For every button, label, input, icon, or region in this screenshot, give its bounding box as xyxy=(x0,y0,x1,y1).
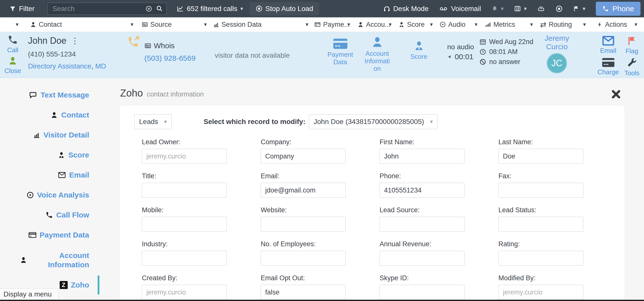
layout-columns-dropdown[interactable]: ▾ xyxy=(514,5,527,12)
lead-source-input[interactable] xyxy=(380,217,464,232)
flag-icon xyxy=(573,6,580,12)
modified-by-input[interactable] xyxy=(498,285,583,300)
nav-group-metrics[interactable]: Metrics xyxy=(485,17,515,32)
column-collapse-caret[interactable]: ▾ xyxy=(306,17,308,32)
column-collapse-caret[interactable]: ▾ xyxy=(475,17,478,32)
created-by-input[interactable] xyxy=(142,285,227,300)
cloud-sync-button[interactable] xyxy=(537,5,545,12)
email-button[interactable]: Email xyxy=(596,36,620,55)
sidebar-item-call-flow[interactable]: Call Flow xyxy=(0,205,100,225)
column-collapse-caret[interactable]: ▾ xyxy=(634,17,637,32)
field-website: Website: xyxy=(261,206,346,232)
field-no-of-employees: No. of Employees: xyxy=(261,240,346,266)
column-collapse-caret[interactable]: ▾ xyxy=(16,17,18,32)
sidebar-item-account-information[interactable]: Account Information xyxy=(0,245,100,275)
email-input[interactable] xyxy=(261,183,346,198)
lead-owner-input[interactable] xyxy=(142,149,227,164)
last-name-input[interactable] xyxy=(498,149,583,164)
close-call-button[interactable]: Close xyxy=(5,56,20,75)
speaker-mute-icon xyxy=(448,54,453,60)
flag-dropdown[interactable]: ▾ xyxy=(573,6,585,12)
agent-initials: JC xyxy=(551,58,562,69)
field-label: Phone: xyxy=(380,172,464,180)
industry-input[interactable] xyxy=(142,251,227,266)
website-input[interactable] xyxy=(261,217,346,232)
sidebar-item-text-message[interactable]: Text Message xyxy=(0,85,100,105)
source-link[interactable]: Directory Assistance xyxy=(28,62,92,70)
column-collapse-caret[interactable]: ▾ xyxy=(347,17,350,32)
rating-input[interactable] xyxy=(498,251,583,266)
phone-input[interactable] xyxy=(380,183,464,198)
window-bottom-edge xyxy=(0,300,644,301)
nav-group-session-data[interactable]: Session Data xyxy=(213,17,262,32)
sidebar-item-email[interactable]: Email xyxy=(0,165,100,185)
nav-group-actions[interactable]: Actions xyxy=(597,17,627,32)
sidebar-item-label: Contact xyxy=(61,110,89,120)
status-message: Display a menu xyxy=(4,290,52,298)
nav-group-contact[interactable]: Contact xyxy=(30,17,62,32)
nav-group-source[interactable]: Source xyxy=(142,17,172,32)
payment-data-button[interactable]: Payment Data xyxy=(324,38,356,66)
lead-status-input[interactable] xyxy=(498,217,583,232)
email-opt-out-input[interactable] xyxy=(261,285,346,300)
fax-input[interactable] xyxy=(498,183,583,198)
nav-group-score[interactable]: Score xyxy=(398,17,425,32)
charge-button[interactable]: Charge xyxy=(596,58,620,77)
search-icon[interactable] xyxy=(156,5,163,12)
sidebar-item-payment-data[interactable]: Payment Data xyxy=(0,225,100,245)
skype-id-input[interactable] xyxy=(380,285,464,300)
module-select[interactable]: Leads ▾ xyxy=(134,114,172,129)
sidebar-item-visitor-detail[interactable]: Visitor Detail xyxy=(0,125,100,145)
agent-name[interactable]: Jeremy Curcio xyxy=(537,34,577,51)
score-button[interactable]: Score xyxy=(407,40,431,61)
whois-phone-link[interactable]: (503) 928-6569 xyxy=(144,54,196,63)
whois-button[interactable]: Whois xyxy=(144,42,196,50)
close-panel-icon[interactable] xyxy=(611,90,621,99)
no-of-employees-input[interactable] xyxy=(261,251,346,266)
score-label: Score xyxy=(410,53,428,61)
field-label: No. of Employees: xyxy=(261,240,346,248)
column-collapse-caret[interactable]: ▾ xyxy=(204,17,207,32)
title-input[interactable] xyxy=(142,183,227,198)
column-collapse-caret[interactable]: ▾ xyxy=(389,17,392,32)
filtered-calls-dropdown[interactable]: 652 filtered calls ▾ xyxy=(177,5,243,13)
nav-group-account[interactable]: Accou... xyxy=(357,17,390,32)
column-collapse-caret[interactable]: ▾ xyxy=(430,17,433,32)
sidebar-item-score[interactable]: Score xyxy=(0,145,100,165)
record-select[interactable]: John Doe (3438157000000285005) ▾ xyxy=(309,114,438,129)
record-controls: Leads ▾ Select which record to modify: J… xyxy=(134,114,625,129)
tools-button[interactable]: Tools xyxy=(620,58,644,77)
source-state-link[interactable]: MD xyxy=(95,62,106,70)
person-icon xyxy=(50,111,58,119)
filter-button[interactable]: Filter xyxy=(10,5,34,13)
desk-mode-label: Desk Mode xyxy=(393,5,429,13)
phone-button[interactable]: Phone xyxy=(596,2,640,16)
clear-search-icon[interactable] xyxy=(146,6,152,12)
field-annual-revenue: Annual Revenue: xyxy=(380,240,464,266)
account-information-button[interactable]: Account Information xyxy=(364,36,390,73)
column-collapse-caret[interactable]: ▾ xyxy=(583,17,586,32)
desk-mode-button[interactable]: Desk Mode xyxy=(383,5,429,13)
contact-menu-icon[interactable]: ⋮ xyxy=(71,36,79,46)
nav-group-routing[interactable]: ⇄ Routing xyxy=(540,17,572,32)
sidebar-item-contact[interactable]: Contact xyxy=(0,105,100,125)
first-name-input[interactable] xyxy=(380,149,464,164)
nav-group-audio[interactable]: Audio xyxy=(440,17,466,32)
nav-group-payment[interactable]: Payme... xyxy=(314,17,350,32)
column-collapse-caret[interactable]: ▾ xyxy=(530,17,533,32)
sidebar-item-label: Text Message xyxy=(40,90,89,100)
call-button[interactable]: Call xyxy=(5,35,20,54)
column-collapse-caret[interactable]: ▾ xyxy=(130,17,133,32)
stop-auto-load-button[interactable]: Stop Auto Load xyxy=(250,2,320,16)
mobile-input[interactable] xyxy=(142,217,227,232)
record-button[interactable] xyxy=(556,5,562,12)
chevron-down-icon: ▾ xyxy=(582,6,585,12)
notifications-dropdown[interactable]: ▾ xyxy=(492,6,504,12)
agent-avatar[interactable]: JC xyxy=(546,53,567,74)
flag-button[interactable]: Flag xyxy=(620,36,644,55)
sidebar-item-voice-analysis[interactable]: Voice Analysis xyxy=(0,185,100,205)
annual-revenue-input[interactable] xyxy=(380,251,464,266)
search-input[interactable] xyxy=(48,5,146,13)
voicemail-button[interactable]: Voicemail xyxy=(439,5,481,13)
company-input[interactable] xyxy=(261,149,346,164)
